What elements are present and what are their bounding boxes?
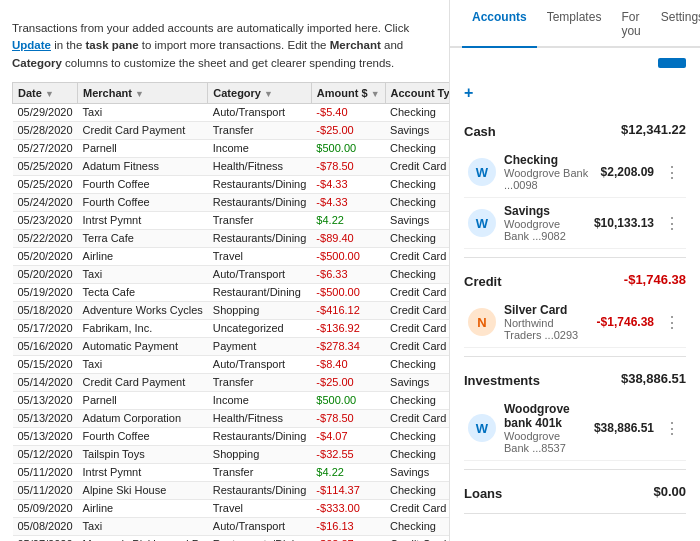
table-row: 05/18/2020 Adventure Works Cycles Shoppi… (13, 301, 451, 319)
cell-account-type: Credit Card (385, 283, 450, 301)
cell-amount: $4.22 (311, 463, 385, 481)
section-investments: Investments $38,886.51 W Woodgrove bank … (464, 365, 686, 470)
cell-date: 05/28/2020 (13, 121, 78, 139)
update-button[interactable] (658, 58, 686, 68)
account-info: Savings Woodgrove Bank ...9082 (504, 204, 586, 242)
cell-amount: -$78.50 (311, 157, 385, 175)
account-menu-dots[interactable]: ⋮ (662, 214, 682, 233)
account-menu-dots[interactable]: ⋮ (662, 313, 682, 332)
account-amount: $10,133.13 (594, 216, 654, 230)
cell-date: 05/13/2020 (13, 427, 78, 445)
right-panel: Accounts Templates For you Settings + Ca… (450, 0, 700, 541)
new-transactions-bar (464, 58, 686, 68)
cell-date: 05/22/2020 (13, 229, 78, 247)
cell-amount: -$4.33 (311, 193, 385, 211)
section-header-1: Credit -$1,746.38 (464, 266, 686, 293)
tab-templates[interactable]: Templates (537, 0, 612, 48)
cell-category: Transfer (208, 211, 312, 229)
cell-date: 05/14/2020 (13, 373, 78, 391)
cell-account-type: Checking (385, 193, 450, 211)
cell-account-type: Checking (385, 229, 450, 247)
account-name: Savings (504, 204, 586, 218)
cell-date: 05/16/2020 (13, 337, 78, 355)
account-menu-dots[interactable]: ⋮ (662, 163, 682, 182)
table-row: 05/13/2020 Fourth Coffee Restaurants/Din… (13, 427, 451, 445)
cell-amount: -$4.07 (311, 427, 385, 445)
account-menu-dots[interactable]: ⋮ (662, 419, 682, 438)
cell-category: Income (208, 139, 312, 157)
col-category[interactable]: Category ▼ (208, 82, 312, 103)
table-row: 05/22/2020 Terra Cafe Restaurants/Dining… (13, 229, 451, 247)
tab-accounts[interactable]: Accounts (462, 0, 537, 48)
cell-category: Auto/Transport (208, 517, 312, 535)
cell-amount: -$8.40 (311, 355, 385, 373)
col-account-type[interactable]: Account Type ▼ (385, 82, 450, 103)
merchant-ref: Merchant (330, 39, 381, 51)
account-amount: $38,886.51 (594, 421, 654, 435)
cell-merchant: Adatum Corporation (78, 409, 208, 427)
section-total-0: $12,341.22 (621, 122, 686, 137)
sort-amount-icon: ▼ (371, 89, 380, 99)
cell-amount: -$6.33 (311, 265, 385, 283)
cell-category: Restaurants/Dining (208, 175, 312, 193)
table-row: 05/25/2020 Adatum Fitness Health/Fitness… (13, 157, 451, 175)
cell-account-type: Savings (385, 211, 450, 229)
cell-merchant: Credit Card Payment (78, 373, 208, 391)
cell-amount: -$25.00 (311, 121, 385, 139)
cell-merchant: Taxi (78, 103, 208, 121)
col-merchant[interactable]: Merchant ▼ (78, 82, 208, 103)
sort-date-icon: ▼ (45, 89, 54, 99)
section-divider-3 (464, 513, 686, 514)
cell-category: Restaurants/Dining (208, 481, 312, 499)
cell-merchant: Munson's Pickles and Pr (78, 535, 208, 541)
cell-merchant: Taxi (78, 265, 208, 283)
account-item: W Checking Woodgrove Bank ...0098 $2,208… (464, 147, 686, 198)
cell-merchant: Terra Cafe (78, 229, 208, 247)
tab-settings[interactable]: Settings (651, 0, 700, 48)
account-name: Woodgrove bank 401k (504, 402, 586, 430)
cell-merchant: Fabrikam, Inc. (78, 319, 208, 337)
cell-account-type: Checking (385, 265, 450, 283)
section-label-1: Credit (464, 274, 502, 289)
cell-account-type: Credit Card (385, 301, 450, 319)
cell-date: 05/20/2020 (13, 265, 78, 283)
cell-merchant: Fourth Coffee (78, 193, 208, 211)
table-row: 05/19/2020 Tecta Cafe Restaurant/Dining … (13, 283, 451, 301)
col-amount[interactable]: Amount $ ▼ (311, 82, 385, 103)
table-row: 05/16/2020 Automatic Payment Payment -$2… (13, 337, 451, 355)
section-total-3: $0.00 (653, 484, 686, 499)
cell-category: Restaurants/Dining (208, 229, 312, 247)
account-icon: W (468, 209, 496, 237)
cell-account-type: Checking (385, 391, 450, 409)
account-sub: Northwind Traders ...0293 (504, 317, 589, 341)
account-sub: Woodgrove Bank ...0098 (504, 167, 593, 191)
cell-account-type: Checking (385, 445, 450, 463)
tab-for-you[interactable]: For you (611, 0, 650, 48)
table-row: 05/25/2020 Fourth Coffee Restaurants/Din… (13, 175, 451, 193)
cell-merchant: Alpine Ski House (78, 481, 208, 499)
sort-merchant-icon: ▼ (135, 89, 144, 99)
description: Transactions from your added accounts ar… (12, 20, 437, 72)
cell-amount: -$89.40 (311, 229, 385, 247)
section-header-0: Cash $12,341.22 (464, 116, 686, 143)
cell-category: Transfer (208, 463, 312, 481)
cell-amount: -$136.92 (311, 319, 385, 337)
cell-date: 05/15/2020 (13, 355, 78, 373)
cell-category: Travel (208, 499, 312, 517)
table-row: 05/11/2020 Alpine Ski House Restaurants/… (13, 481, 451, 499)
table-row: 05/07/2020 Munson's Pickles and Pr Resta… (13, 535, 451, 541)
cell-account-type: Checking (385, 427, 450, 445)
add-account-button[interactable]: + (464, 78, 686, 108)
cell-account-type: Savings (385, 373, 450, 391)
cell-account-type: Savings (385, 463, 450, 481)
cell-amount: -$78.50 (311, 409, 385, 427)
table-row: 05/11/2020 Intrst Pymnt Transfer $4.22 S… (13, 463, 451, 481)
cell-date: 05/20/2020 (13, 247, 78, 265)
task-pane-ref: task pane (86, 39, 139, 51)
col-date[interactable]: Date ▼ (13, 82, 78, 103)
section-divider-0 (464, 257, 686, 258)
cell-date: 05/27/2020 (13, 139, 78, 157)
cell-date: 05/09/2020 (13, 499, 78, 517)
cell-date: 05/17/2020 (13, 319, 78, 337)
cell-amount: -$278.34 (311, 337, 385, 355)
